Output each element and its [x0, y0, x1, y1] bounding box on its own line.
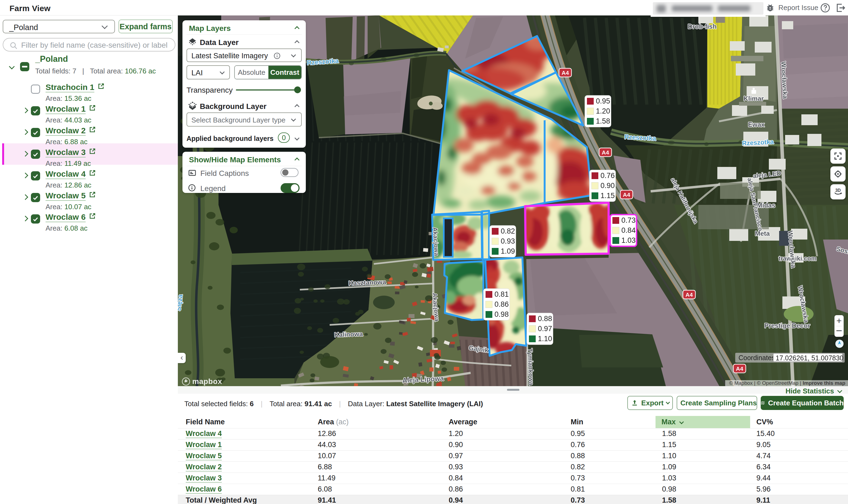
svg-text:A4: A4 — [602, 149, 609, 156]
svg-text:1.09: 1.09 — [501, 247, 515, 255]
svg-text:1.15: 1.15 — [600, 192, 615, 200]
svg-text:0.95: 0.95 — [596, 97, 610, 105]
svg-text:0.86: 0.86 — [494, 300, 509, 308]
svg-text:0.84: 0.84 — [621, 226, 636, 234]
svg-text:0.73: 0.73 — [621, 216, 636, 224]
svg-text:Ewax: Ewax — [748, 121, 765, 128]
svg-text:1.58: 1.58 — [596, 117, 610, 125]
svg-text:Akacjowa: Akacjowa — [431, 227, 440, 256]
svg-text:Tymiankowa: Tymiankowa — [527, 348, 535, 385]
svg-text:Klimar: Klimar — [744, 95, 764, 102]
svg-text:A4: A4 — [736, 365, 743, 372]
svg-text:0.76: 0.76 — [600, 172, 615, 180]
svg-text:0.81: 0.81 — [494, 290, 509, 298]
svg-text:1.20: 1.20 — [596, 107, 610, 115]
svg-text:0.97: 0.97 — [538, 325, 552, 333]
svg-text:A4: A4 — [686, 291, 693, 298]
svg-text:Kasztanowa: Kasztanowa — [348, 278, 386, 287]
svg-text:0.88: 0.88 — [538, 314, 552, 323]
svg-text:3D: 3D — [835, 188, 841, 193]
svg-text:A4: A4 — [562, 70, 569, 76]
svg-text:trawniki.com: trawniki.com — [779, 255, 817, 262]
svg-text:1.10: 1.10 — [538, 335, 552, 343]
svg-text:Meta: Meta — [755, 230, 770, 237]
svg-text:Drob-fish: Drob-fish — [688, 23, 717, 30]
svg-text:0.93: 0.93 — [501, 237, 515, 245]
svg-text:1.03: 1.03 — [621, 236, 636, 245]
svg-text:0.82: 0.82 — [501, 227, 515, 235]
svg-text:A4: A4 — [623, 192, 630, 198]
svg-text:Kalinowa: Kalinowa — [334, 330, 363, 339]
svg-text:0.98: 0.98 — [494, 310, 509, 318]
svg-text:0.90: 0.90 — [600, 182, 615, 190]
svg-text:Midas: Midas — [757, 202, 775, 209]
